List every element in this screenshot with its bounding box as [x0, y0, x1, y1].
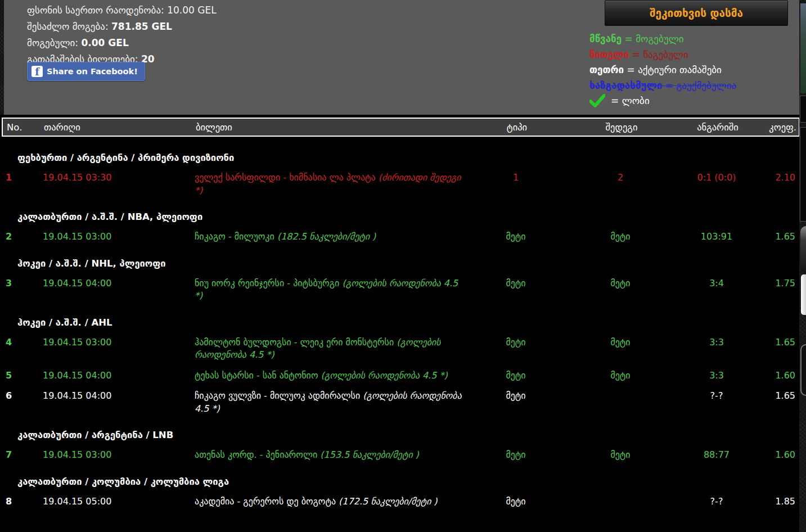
bet-result: მეტი	[556, 231, 685, 244]
bet-ticket: ჩიკაგო ვულვზი - მილუოკ ადმირალსი (გოლები…	[195, 390, 476, 415]
bet-number: 1	[6, 172, 43, 184]
legend-item: ხაზგადასმული = გაუქმებულია	[589, 78, 736, 94]
bet-ticket: ტეხას სტარსი - სან ანტონიო (გოლების რაოდ…	[195, 369, 476, 382]
bet-market-note: (გოლების რაოდენობა 4.5 *)	[321, 370, 448, 381]
bet-number: 8	[6, 495, 43, 508]
bet-coef: 1.75	[748, 277, 795, 290]
bet-row: 2 19.04.15 03:00 ჩიკაგო - მილუოკი (182.5…	[2, 231, 796, 244]
bet-coef: 1.65	[748, 390, 795, 403]
bet-number: 4	[6, 336, 43, 349]
cutoff-widget-box-2	[800, 127, 806, 222]
bet-row: 8 19.04.15 05:00 აკადემია - გერეროს დე ბ…	[2, 495, 796, 508]
summary-panel: ფსონის საერთო რაოდენობა: 10.00 GEL შესაძ…	[4, 0, 799, 115]
bet-match: ველექ სარსფილდი - ხიმნასია ლა პლატა	[195, 172, 379, 183]
col-header-coef: კოეფ.	[749, 122, 796, 133]
bet-number: 5	[6, 369, 43, 382]
facebook-share-label: Share on Facebook!	[47, 67, 138, 76]
bet-coef: 1.65	[748, 231, 795, 244]
col-header-no: No.	[7, 122, 44, 133]
bet-market-note: (182.5 ნაკლები/მეტი )	[277, 231, 376, 242]
background-photo-sliver	[800, 3, 806, 93]
category-label: კალათბურთი / ა.შ.შ. / NBA, პლეიოფი	[2, 211, 796, 223]
bet-match: აკადემია - გერეროს დე ბოგოტა	[195, 496, 339, 507]
bet-result: 2	[556, 172, 685, 184]
bet-tip: მეტი	[476, 277, 556, 290]
bet-coef: 1.60	[748, 369, 795, 382]
legend-desc: = წაგებული	[629, 49, 688, 60]
bet-date: 19.04.15 03:00	[43, 449, 195, 462]
bet-row: 7 19.04.15 03:00 ათენას კორდ. - პენიაროლ…	[2, 449, 796, 462]
bet-ticket: ჰამილტონ ბულდოგსი - ლეიკ ერი მონსტერსი (…	[195, 336, 476, 362]
cutoff-rounded-button[interactable]	[800, 226, 806, 272]
bet-coef: 1.65	[748, 336, 795, 349]
legend-term: წითელი	[589, 49, 629, 60]
table-body: ფეხბურთი / არგენტინა / პრიმერა დივიზიონი…	[2, 138, 796, 516]
bet-score: 3:3	[685, 336, 748, 349]
bet-date: 19.04.15 05:00	[43, 495, 195, 508]
cutoff-widget-box-1	[800, 96, 806, 123]
bet-result: მეტი	[556, 277, 685, 290]
bet-date: 19.04.15 04:00	[43, 277, 195, 290]
bet-match: ჩიკაგო ვულვზი - მილუოკ ადმირალსი	[195, 390, 363, 401]
bet-row: 5 19.04.15 04:00 ტეხას სტარსი - სან ანტო…	[2, 369, 796, 382]
bet-market-note: (153.5 ნაკლები/მეტი )	[320, 449, 418, 460]
bet-tip: მეტი	[476, 336, 556, 349]
facebook-share-button[interactable]: f Share on Facebook!	[27, 62, 145, 81]
bet-row: 6 19.04.15 04:00 ჩიკაგო ვულვზი - მილუოკ …	[2, 390, 796, 415]
bet-result: მეტი	[556, 369, 685, 382]
category-label: კალათბურთი / კოლუმბია / კოლუმბია ლიგა	[2, 476, 796, 488]
bet-match: ნიუ იორკ რეინჯერსი - პიტსბურგი	[195, 278, 342, 288]
table-header-row: No. თარიღი ბილეთი ტიპი შედეგი ანგარიში კ…	[2, 118, 800, 137]
scrollbar-thumb[interactable]	[801, 274, 806, 315]
bet-match: ტეხას სტარსი - სან ანტონიო	[195, 370, 321, 381]
bet-score: 3:3	[685, 369, 748, 382]
ask-question-button[interactable]: შეკითხვის დასმა	[605, 0, 788, 26]
category-label: ფეხბურთი / არგენტინა / პრიმერა დივიზიონი	[2, 152, 796, 164]
legend-term: ხაზგადასმული	[589, 80, 662, 91]
legend-term: თეთრი	[589, 64, 624, 75]
bet-history-page: ფსონის საერთო რაოდენობა: 10.00 GEL შესაძ…	[0, 0, 806, 532]
bet-number: 7	[6, 449, 43, 462]
bet-coef: 1.60	[748, 449, 795, 462]
legend-term: მწვანე	[589, 33, 622, 44]
bet-match: ჰამილტონ ბულდოგსი - ლეიკ ერი მონსტერსი	[195, 337, 397, 348]
bet-date: 19.04.15 04:00	[43, 390, 195, 403]
cutoff-outline-box	[800, 344, 806, 396]
bet-row: 3 19.04.15 04:00 ნიუ იორკ რეინჯერსი - პი…	[2, 277, 796, 303]
bet-match: ათენას კორდ. - პენიაროლი	[195, 449, 320, 460]
bet-row: 1 19.04.15 03:30 ველექ სარსფილდი - ხიმნა…	[2, 172, 796, 197]
bet-ticket: ველექ სარსფილდი - ხიმნასია ლა პლატა (ძირ…	[195, 172, 476, 197]
col-header-date: თარიღი	[44, 122, 196, 133]
ask-question-label: შეკითხვის დასმა	[650, 7, 743, 19]
bet-tip: მეტი	[476, 231, 556, 244]
bet-tip: მეტი	[476, 495, 556, 508]
bet-match: ჩიკაგო - მილუოკი	[195, 231, 277, 242]
legend-item: თეთრი = აქტიური თამაშები	[589, 62, 736, 78]
bet-score: ?-?	[685, 495, 748, 508]
category-label: ჰოკეი / ა.შ.შ. / NHL, პლეიოფი	[2, 258, 796, 269]
bet-date: 19.04.15 03:00	[43, 336, 195, 349]
col-header-result: შედეგი	[557, 122, 686, 133]
bet-tip: მეტი	[476, 449, 556, 462]
bet-ticket: ნიუ იორკ რეინჯერსი - პიტსბურგი (გოლების …	[195, 277, 476, 303]
legend-desc: = აქტიური თამაშები	[624, 64, 722, 75]
bet-score: ?-?	[685, 390, 748, 403]
bet-date: 19.04.15 04:00	[43, 369, 195, 382]
check-icon	[589, 94, 605, 107]
legend: მწვანე = მოგებული წითელი = წაგებული თეთრ…	[589, 31, 736, 109]
legend-desc: = მოგებული	[622, 33, 683, 44]
bet-date: 19.04.15 03:00	[43, 231, 195, 244]
bet-summary: ფსონის საერთო რაოდენობა: 10.00 GEL შესაძ…	[27, 2, 217, 67]
col-header-tip: ტიპი	[477, 122, 557, 133]
bet-date: 19.04.15 03:30	[43, 172, 195, 184]
legend-item: წითელი = წაგებული	[589, 47, 736, 63]
legend-desc: = ლობი	[611, 95, 650, 106]
bet-market-note: (172.5 ნაკლები/მეტი )	[339, 496, 437, 507]
category-label: კალათბურთი / არგენტინა / LNB	[2, 430, 796, 441]
legend-item: = ლობი	[589, 93, 736, 109]
bet-tip: მეტი	[476, 390, 556, 403]
col-header-score: ანგარიში	[686, 122, 749, 133]
bet-ticket: ათენას კორდ. - პენიაროლი (153.5 ნაკლები/…	[195, 449, 476, 462]
bet-number: 2	[6, 231, 43, 244]
summary-total-stake: ფსონის საერთო რაოდენობა: 10.00 GEL	[27, 2, 217, 19]
